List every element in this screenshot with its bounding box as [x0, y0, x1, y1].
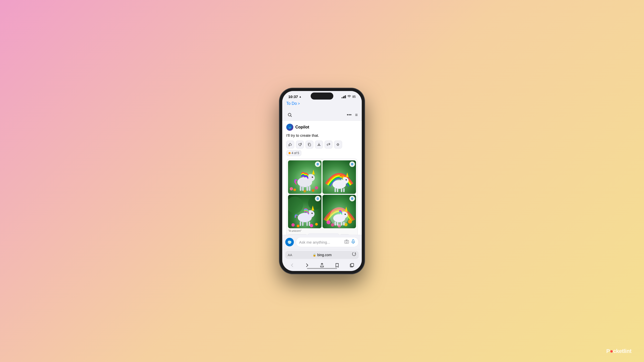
status-time: 10:37 ▲: [288, 95, 301, 99]
image-1-overlay-btn[interactable]: [315, 161, 320, 167]
toolbar-right: ••• ≡: [347, 112, 358, 118]
download-button[interactable]: [315, 141, 323, 149]
image-3-overlay-btn[interactable]: [315, 196, 320, 201]
svg-rect-39: [302, 221, 303, 226]
back-button[interactable]: [288, 261, 296, 269]
svg-point-46: [348, 219, 352, 223]
camera-icon[interactable]: [344, 239, 349, 245]
svg-rect-65: [345, 240, 349, 243]
svg-rect-41: [309, 221, 310, 226]
copilot-message: I'll try to create that.: [286, 133, 358, 138]
svg-point-2: [290, 127, 291, 128]
svg-point-66: [346, 241, 348, 243]
caption-text: "A unicorn": [288, 229, 356, 232]
pocketlint-watermark: P●cketlint: [606, 348, 631, 354]
copilot-name: Copilot: [295, 125, 309, 129]
svg-rect-22: [335, 188, 336, 192]
input-placeholder: Ask me anything...: [299, 240, 330, 244]
breadcrumb-label[interactable]: To Do: [286, 101, 297, 106]
page-counter: 4 of 5: [292, 151, 299, 155]
refresh-button[interactable]: [352, 252, 356, 257]
aa-button[interactable]: AA: [288, 253, 292, 257]
time-display: 10:37: [288, 95, 298, 99]
svg-rect-23: [337, 188, 338, 192]
microphone-icon[interactable]: [351, 239, 355, 245]
more-options-button[interactable]: •••: [347, 112, 352, 118]
url-left: AA: [288, 253, 292, 257]
svg-point-1: [289, 127, 290, 128]
page-indicator: 4 of 5: [286, 150, 301, 156]
image-cell-4[interactable]: [323, 195, 356, 228]
search-button[interactable]: [286, 111, 293, 118]
url-display[interactable]: bing.com: [317, 253, 332, 257]
svg-point-17: [312, 176, 313, 177]
signal-bars: [342, 95, 346, 98]
copilot-content: Copilot I'll try to create that.: [282, 121, 362, 235]
svg-rect-3: [309, 144, 311, 146]
signal-bar-1: [342, 97, 342, 98]
svg-point-6: [315, 186, 318, 189]
menu-button[interactable]: ≡: [355, 112, 358, 118]
image-cell-1[interactable]: [288, 160, 321, 194]
svg-rect-57: [343, 222, 344, 226]
image-2-overlay-btn[interactable]: [349, 161, 355, 167]
thumbs-down-button[interactable]: [296, 141, 304, 149]
image-caption: "A unicorn" Designer: [288, 228, 356, 235]
url-bar[interactable]: AA 🔒 bing.com: [285, 251, 359, 259]
image-grid-container: "A unicorn" Designer: [286, 159, 358, 235]
svg-rect-12: [300, 186, 302, 191]
svg-rect-56: [341, 221, 342, 225]
tabs-button[interactable]: [348, 261, 356, 269]
battery-container: 85: [352, 95, 356, 99]
message-input[interactable]: Ask me anything...: [296, 237, 359, 247]
dynamic-island: [311, 93, 333, 100]
image-4-overlay-btn[interactable]: [349, 196, 355, 201]
image-grid: [288, 160, 356, 228]
content-area: ••• ≡: [282, 109, 362, 249]
svg-rect-38: [300, 221, 301, 226]
svg-point-5: [293, 189, 296, 191]
svg-point-59: [345, 214, 346, 214]
svg-marker-11: [312, 170, 315, 174]
page-dot: [289, 152, 291, 154]
image-cell-2[interactable]: [323, 160, 356, 194]
svg-rect-67: [352, 240, 354, 242]
svg-point-34: [315, 223, 318, 226]
copilot-avatar-button[interactable]: [285, 238, 294, 246]
svg-point-7: [312, 189, 314, 192]
input-area: Ask me anything...: [282, 235, 362, 249]
signal-bar-4: [345, 95, 346, 98]
signal-bar-3: [344, 96, 345, 98]
image-cell-3[interactable]: [288, 195, 321, 228]
share-button[interactable]: [325, 141, 333, 149]
svg-point-43: [312, 213, 313, 213]
lock-icon: 🔒: [313, 253, 316, 257]
svg-point-64: [290, 242, 291, 243]
speaker-button[interactable]: [334, 141, 342, 149]
home-indicator: [307, 268, 337, 269]
svg-point-29: [288, 197, 303, 213]
copilot-logo: [286, 124, 293, 131]
signal-bar-2: [343, 97, 344, 98]
svg-rect-25: [343, 188, 344, 192]
battery-level: 85: [352, 95, 356, 99]
copy-button[interactable]: [305, 141, 313, 149]
svg-rect-15: [309, 186, 310, 191]
status-icons: 85: [342, 95, 356, 99]
input-icons: [344, 239, 355, 245]
thumbs-up-button[interactable]: [286, 141, 294, 149]
svg-point-31: [291, 223, 295, 227]
location-arrow-icon: ▲: [299, 95, 301, 98]
svg-rect-54: [335, 221, 336, 225]
svg-rect-69: [351, 263, 354, 266]
svg-point-45: [327, 220, 331, 224]
action-buttons: 4 of 5: [286, 141, 358, 156]
breadcrumb-chevron-icon: >: [298, 102, 300, 106]
breadcrumb[interactable]: To Do >: [286, 101, 358, 106]
copilot-toolbar: ••• ≡: [282, 109, 362, 121]
browser-top-bar: To Do >: [282, 100, 362, 109]
svg-rect-14: [306, 186, 308, 191]
svg-rect-40: [306, 221, 308, 226]
svg-point-8: [303, 190, 306, 193]
phone-screen: 10:37 ▲: [282, 91, 362, 271]
